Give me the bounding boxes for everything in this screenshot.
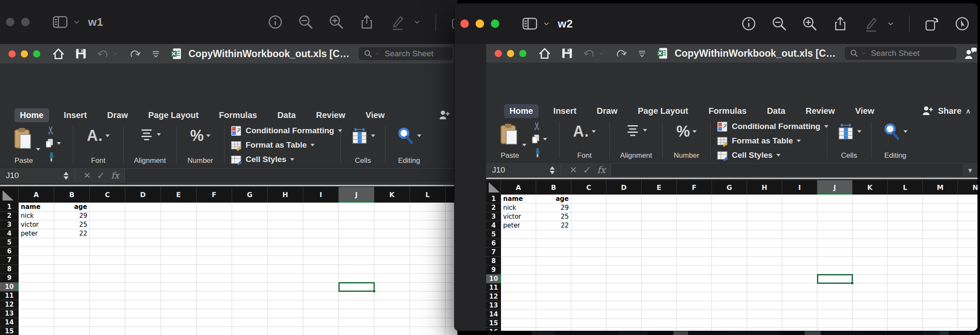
cell-K15[interactable]	[374, 327, 410, 335]
cell-E9[interactable]	[642, 266, 677, 275]
cell-D13[interactable]	[606, 301, 642, 310]
minimize-button[interactable]	[21, 50, 28, 58]
cell-A6[interactable]	[501, 239, 536, 248]
cell-G15[interactable]	[232, 327, 268, 335]
cell-K3[interactable]	[853, 212, 888, 221]
cell-G2[interactable]	[232, 211, 268, 220]
cell-N11[interactable]	[958, 283, 977, 292]
cell-J4[interactable]	[817, 221, 853, 230]
close-button[interactable]	[8, 50, 16, 58]
cell-E7[interactable]	[161, 256, 197, 265]
cell-K1[interactable]	[853, 195, 888, 203]
fill-handle[interactable]	[850, 281, 854, 285]
cell-J15[interactable]	[817, 319, 853, 328]
cell-L11[interactable]	[888, 283, 923, 292]
cell-G1[interactable]	[712, 195, 747, 203]
row-header-10[interactable]: 10	[486, 275, 501, 283]
cell-J8[interactable]	[339, 265, 374, 274]
cell-N4[interactable]	[958, 221, 977, 230]
cell-G13[interactable]	[232, 309, 268, 318]
cell-L3[interactable]	[410, 220, 446, 229]
cell-E10[interactable]	[161, 283, 197, 291]
zoom-button[interactable]	[21, 18, 30, 26]
cell-B8[interactable]	[536, 257, 571, 266]
ribbon-tab-formulas[interactable]: Formulas	[213, 108, 263, 122]
cell-E4[interactable]	[161, 229, 197, 238]
cell-A9[interactable]	[501, 266, 536, 275]
ribbon-tab-review[interactable]: Review	[800, 104, 840, 118]
cell-I12[interactable]	[782, 292, 817, 301]
cell-H15[interactable]	[268, 327, 303, 335]
cell-K12[interactable]	[853, 292, 888, 301]
cell-M6[interactable]	[923, 239, 958, 248]
cell-B12[interactable]	[54, 300, 90, 309]
cell-H16[interactable]	[747, 328, 782, 331]
cell-E2[interactable]	[642, 203, 677, 212]
cell-K7[interactable]	[374, 256, 410, 265]
cell-I13[interactable]	[303, 309, 339, 318]
cell-N9[interactable]	[958, 266, 977, 275]
column-header-E[interactable]: E	[161, 187, 197, 203]
cell-F7[interactable]	[677, 248, 712, 257]
cell-F10[interactable]	[197, 283, 232, 291]
cell-D9[interactable]	[125, 274, 161, 283]
column-header-H[interactable]: H	[268, 187, 303, 203]
cell-F8[interactable]	[197, 265, 232, 274]
cell-E2[interactable]	[161, 211, 197, 220]
cell-A8[interactable]	[19, 265, 54, 274]
cell-C10[interactable]	[571, 275, 606, 283]
cancel-icon[interactable]: ✕	[83, 170, 91, 181]
cell-A5[interactable]	[19, 238, 54, 247]
cell-G9[interactable]	[232, 274, 268, 283]
cell-I3[interactable]	[303, 220, 339, 229]
cell-C11[interactable]	[90, 291, 125, 300]
chevron-down-icon[interactable]	[412, 17, 422, 27]
cell-A11[interactable]	[19, 291, 54, 300]
cell-C5[interactable]	[90, 238, 125, 247]
cell-L9[interactable]	[888, 266, 923, 275]
row-header-13[interactable]: 13	[0, 309, 19, 318]
cell-I8[interactable]	[782, 257, 817, 266]
cell-K9[interactable]	[374, 274, 410, 283]
cell-J15[interactable]	[339, 327, 374, 335]
formula-input[interactable]	[125, 169, 457, 182]
close-button[interactable]	[460, 19, 469, 28]
cell-E1[interactable]	[642, 195, 677, 203]
cell-F8[interactable]	[677, 257, 712, 266]
cell-H12[interactable]	[268, 300, 303, 309]
row-header-7[interactable]: 7	[0, 256, 19, 265]
cell-D9[interactable]	[606, 266, 642, 275]
conditional-formatting-button[interactable]: Conditional Formatting	[717, 119, 824, 134]
collapse-ribbon-icon[interactable]: ∧	[966, 107, 971, 115]
cell-I10[interactable]	[303, 283, 339, 291]
cell-H14[interactable]	[747, 310, 782, 319]
column-header-F[interactable]: F	[677, 180, 712, 195]
cell-H10[interactable]	[268, 283, 303, 291]
cell-C13[interactable]	[571, 301, 606, 310]
cell-B9[interactable]	[536, 266, 571, 275]
cell-A11[interactable]	[501, 283, 536, 292]
name-box[interactable]: J10	[486, 165, 550, 175]
cell-J7[interactable]	[817, 248, 853, 257]
column-header-B[interactable]: B	[536, 180, 571, 195]
cell-I1[interactable]	[782, 195, 817, 203]
close-button[interactable]	[495, 50, 502, 57]
cell-L13[interactable]	[410, 309, 446, 318]
cell-C4[interactable]	[571, 221, 606, 230]
cell-A14[interactable]	[19, 318, 54, 327]
zoom-button[interactable]	[491, 19, 499, 28]
cell-J11[interactable]	[339, 291, 374, 300]
cell-M12[interactable]	[923, 292, 958, 301]
cell-B2[interactable]: 29	[536, 203, 571, 212]
cell-I15[interactable]	[303, 327, 339, 335]
ribbon-tab-data[interactable]: Data	[272, 108, 301, 122]
column-header-M[interactable]: M	[923, 180, 958, 195]
zoom-in-icon[interactable]	[328, 14, 345, 30]
cell-E11[interactable]	[642, 283, 677, 292]
cell-N5[interactable]	[958, 230, 977, 239]
cell-I6[interactable]	[782, 239, 817, 248]
paste-button[interactable]	[497, 121, 526, 146]
search-input[interactable]: Search Sheet	[845, 47, 956, 60]
info-icon[interactable]	[267, 14, 284, 30]
cell-C7[interactable]	[571, 248, 606, 257]
